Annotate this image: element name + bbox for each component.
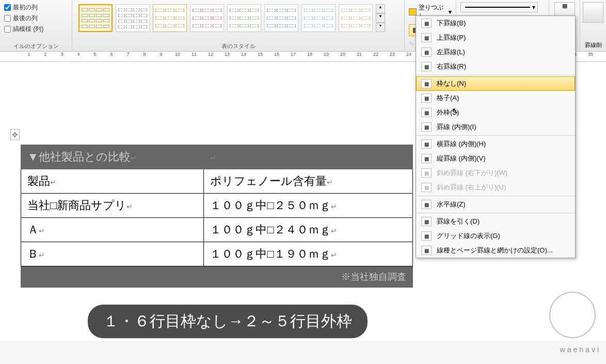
border-menu-label: 水平線(Z) xyxy=(437,200,466,209)
table-footer-empty[interactable] xyxy=(21,266,204,288)
style-scroll: ▲ ▼ ▾ xyxy=(376,4,385,32)
opt-stripe-col[interactable]: 縞模様 (列) xyxy=(4,24,68,35)
border-icon-grid: ▦ xyxy=(421,231,432,241)
style-gallery: ▲ ▼ ▾ xyxy=(76,2,400,34)
table-row[interactable]: 当社□新商品サプリ↵１００ｇ中□２５０ｍｇ↵ xyxy=(21,194,413,218)
table-title-cell[interactable]: ▼他社製品との比較↵ xyxy=(21,145,204,169)
opt-first-col[interactable]: 最初の列 xyxy=(4,2,68,13)
border-icon-top: ▦ xyxy=(421,33,432,42)
border-menu-outside[interactable]: ▦外枠(S) xyxy=(416,105,575,120)
fill-icon xyxy=(409,8,417,15)
border-menu-label: 横罫線 (内側)(H) xyxy=(437,139,486,149)
pen-icon: ✎ xyxy=(409,40,414,48)
table-footer-cell[interactable]: ※当社独自調査 xyxy=(204,266,413,288)
table-cell[interactable]: 当社□新商品サプリ↵ xyxy=(21,194,204,218)
border-menu-label: 斜め罫線 (右下がり)(W) xyxy=(437,168,507,178)
style-item-4[interactable] xyxy=(190,4,224,32)
table-cell[interactable]: Ｂ↵ xyxy=(21,242,204,266)
border-dropdown: ▦下罫線(B)▦上罫線(P)▦左罫線(L)▦右罫線(R)▦枠なし(N)▦格子(A… xyxy=(416,15,576,258)
style-item-5[interactable] xyxy=(227,4,261,32)
style-item-1[interactable] xyxy=(78,4,113,32)
erase-group: 罫線削 xyxy=(580,0,606,51)
border-icon-none: ▦ xyxy=(421,79,432,88)
border-menu-label: 枠なし(N) xyxy=(437,79,466,88)
table-anchor-icon[interactable]: ✥ xyxy=(10,129,20,140)
style-item-7[interactable] xyxy=(301,4,336,32)
line-style-select[interactable]: ▾ xyxy=(460,2,538,12)
border-menu-label: 上罫線(P) xyxy=(437,33,466,42)
document-table[interactable]: ▼他社製品との比較↵ ↵ 製品↵ポリフェノール含有量↵ 当社□新商品サプリ↵１０… xyxy=(21,145,413,288)
border-menu-none[interactable]: ▦枠なし(N) xyxy=(416,76,575,91)
border-icon-inside: ▦ xyxy=(421,122,432,132)
style-item-2[interactable] xyxy=(116,4,150,32)
border-icon-all: ▦ xyxy=(421,93,432,103)
table-cell[interactable]: Ａ↵ xyxy=(21,218,204,242)
style-item-3[interactable] xyxy=(153,4,187,32)
table-cell[interactable]: １００ｇ中□１９０ｍｇ↵ xyxy=(204,242,413,266)
watermark-text: waenavi xyxy=(560,345,601,354)
table-row-header[interactable]: ▼他社製品との比較↵ ↵ xyxy=(21,145,413,169)
style-item-6[interactable] xyxy=(264,4,298,32)
erase-label: 罫線削 xyxy=(582,41,604,49)
border-menu-bottom[interactable]: ▦下罫線(B) xyxy=(416,16,575,30)
table-row[interactable]: Ａ↵１００ｇ中□２４０ｍｇ↵ xyxy=(21,218,413,242)
border-menu-label: 斜め罫線 (右上がり)(U) xyxy=(437,183,506,192)
border-icon-right: ▦ xyxy=(421,62,432,71)
border-icon-left: ▦ xyxy=(421,48,432,57)
style-item-8[interactable] xyxy=(339,4,373,32)
border-menu-label: 線種とページ罫線と網かけの設定(O)... xyxy=(437,246,553,255)
border-menu-label: 左罫線(L) xyxy=(437,48,465,57)
styles-label: 表のスタイル xyxy=(76,41,400,50)
style-scroll-more[interactable]: ▾ xyxy=(376,23,385,32)
border-menu-label: 右罫線(R) xyxy=(437,62,466,71)
border-icon-diag2: ▦ xyxy=(421,183,432,192)
border-icon-inh: ▦ xyxy=(421,139,432,149)
options-group: 最初の列 最後の列 縞模様 (列) イルのオプション xyxy=(0,0,72,51)
border-menu-left[interactable]: ▦左罫線(L) xyxy=(416,45,575,59)
table-cell[interactable]: 製品↵ xyxy=(21,169,204,194)
border-menu-label: 罫線 (内側)(I) xyxy=(437,122,476,132)
table-row[interactable]: 製品↵ポリフェノール含有量↵ xyxy=(21,169,413,194)
border-icon-diag1: ▦ xyxy=(421,168,432,178)
border-menu-right[interactable]: ▦右罫線(R) xyxy=(416,59,575,74)
border-menu-diag1[interactable]: ▦斜め罫線 (右下がり)(W) xyxy=(416,166,575,180)
style-scroll-up[interactable]: ▲ xyxy=(376,4,385,13)
border-icon-outside: ▦ xyxy=(421,108,432,117)
border-menu-grid[interactable]: ▦グリッド線の表示(G) xyxy=(416,229,575,243)
border-menu-inside[interactable]: ▦罫線 (内側)(I) xyxy=(416,120,575,134)
border-icon-dialog: ▦ xyxy=(421,246,432,255)
table-row-footer[interactable]: ※当社独自調査 xyxy=(21,266,413,288)
border-icon-bottom: ▦ xyxy=(421,19,432,28)
border-menu-all[interactable]: ▦格子(A) xyxy=(416,91,575,105)
table-cell[interactable]: １００ｇ中□２４０ｍｇ↵ xyxy=(204,218,413,242)
opt-last-col[interactable]: 最後の列 xyxy=(4,13,68,24)
border-menu-inh[interactable]: ▦横罫線 (内側)(H) xyxy=(416,137,575,151)
table-cell[interactable]: １００ｇ中□２５０ｍｇ↵ xyxy=(204,194,413,218)
watermark-logo xyxy=(549,292,596,338)
border-menu-top[interactable]: ▦上罫線(P) xyxy=(416,30,575,45)
border-menu-label: 格子(A) xyxy=(437,93,459,103)
border-icon-inv: ▦ xyxy=(421,154,432,163)
style-scroll-down[interactable]: ▼ xyxy=(376,13,385,23)
border-menu-dialog[interactable]: ▦線種とページ罫線と網かけの設定(O)... xyxy=(416,243,575,258)
border-menu-label: 縦罫線 (内側)(V) xyxy=(437,154,486,163)
border-menu-diag2[interactable]: ▦斜め罫線 (右上がり)(U) xyxy=(416,180,575,195)
table-cell[interactable]: ポリフェノール含有量↵ xyxy=(204,169,413,194)
table-header-empty[interactable]: ↵ xyxy=(204,145,413,169)
border-menu-inv[interactable]: ▦縦罫線 (内側)(V) xyxy=(416,151,575,166)
table-row[interactable]: Ｂ↵１００ｇ中□１９０ｍｇ↵ xyxy=(21,242,413,266)
erase-border-icon[interactable] xyxy=(583,2,603,23)
border-menu-label: 外枠(S) xyxy=(437,108,459,117)
border-icon-draw: ▦ xyxy=(421,217,432,226)
options-label: イルのオプション xyxy=(4,41,68,50)
border-icon-hrule: ▦ xyxy=(421,200,432,209)
border-menu-label: 下罫線(B) xyxy=(437,19,466,28)
caption-overlay: １・６行目枠なし→２～５行目外枠 xyxy=(88,305,368,338)
border-menu-label: グリッド線の表示(G) xyxy=(437,231,500,241)
border-menu-hrule[interactable]: ▦水平線(Z) xyxy=(416,197,575,212)
styles-group: ▲ ▼ ▾ 表のスタイル xyxy=(72,0,405,51)
border-menu-label: 罫線を引く(D) xyxy=(437,217,480,226)
border-menu-draw[interactable]: ▦罫線を引く(D) xyxy=(416,214,575,229)
